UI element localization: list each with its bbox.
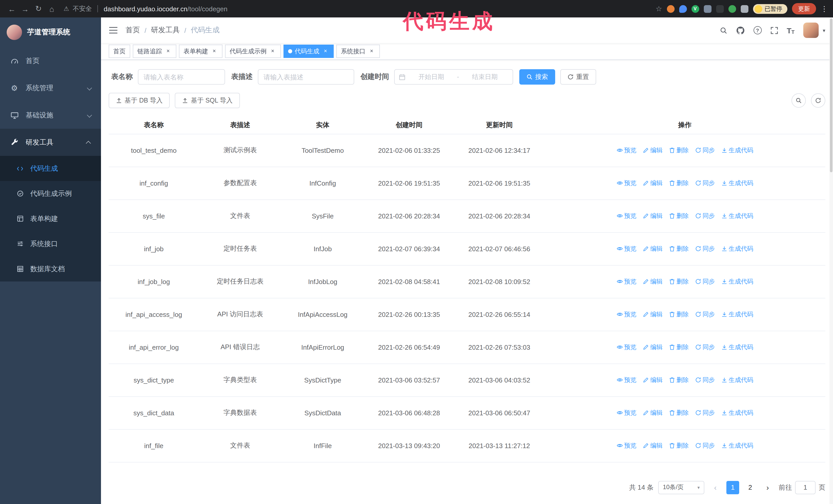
edit-link[interactable]: 编辑 xyxy=(643,212,663,220)
generate-code-link[interactable]: 生成代码 xyxy=(721,277,753,286)
scrollbar-thumb[interactable] xyxy=(830,19,832,172)
kebab-menu-icon[interactable]: ⋮ xyxy=(821,5,828,13)
close-icon[interactable]: × xyxy=(322,48,329,55)
delete-link[interactable]: 删除 xyxy=(669,212,689,220)
breadcrumb-home[interactable]: 首页 xyxy=(125,26,140,35)
edit-link[interactable]: 编辑 xyxy=(643,310,663,319)
generate-code-link[interactable]: 生成代码 xyxy=(721,212,753,220)
vue-devtools-icon[interactable]: V xyxy=(691,5,699,13)
bookmark-star-icon[interactable]: ☆ xyxy=(656,5,662,13)
sync-link[interactable]: 同步 xyxy=(695,441,715,450)
delete-link[interactable]: 删除 xyxy=(669,277,689,286)
page-button-1[interactable]: 1 xyxy=(727,481,739,494)
scrollbar[interactable] xyxy=(829,18,833,504)
back-icon[interactable]: ← xyxy=(5,2,19,16)
edit-link[interactable]: 编辑 xyxy=(643,408,663,417)
extension-icon[interactable] xyxy=(728,5,736,13)
import-db-button[interactable]: 基于 DB 导入 xyxy=(109,93,170,108)
preview-link[interactable]: 预览 xyxy=(616,277,636,286)
extension-icon[interactable] xyxy=(716,5,723,13)
sidebar-item-home[interactable]: 首页 xyxy=(0,47,101,74)
home-icon[interactable]: ⌂ xyxy=(45,2,58,16)
search-button[interactable]: 搜索 xyxy=(519,69,555,85)
sync-link[interactable]: 同步 xyxy=(695,179,715,187)
generate-code-link[interactable]: 生成代码 xyxy=(721,310,753,319)
address-bar[interactable]: ⚠ 不安全 dashboard.yudao.iocoder.cn/tool/co… xyxy=(64,4,656,13)
edit-link[interactable]: 编辑 xyxy=(643,244,663,253)
update-button[interactable]: 更新 xyxy=(792,3,816,14)
preview-link[interactable]: 预览 xyxy=(616,212,636,220)
sync-link[interactable]: 同步 xyxy=(695,408,715,417)
sync-link[interactable]: 同步 xyxy=(695,146,715,154)
refresh-table-button[interactable] xyxy=(811,93,825,108)
close-icon[interactable]: × xyxy=(211,48,218,55)
generate-code-link[interactable]: 生成代码 xyxy=(721,244,753,253)
table-name-input[interactable] xyxy=(138,69,225,85)
tab-codegen-example[interactable]: 代码生成示例× xyxy=(225,45,281,58)
next-page-button[interactable]: › xyxy=(761,481,774,494)
profile-chip[interactable]: 已暂停 xyxy=(753,4,787,14)
search-icon[interactable] xyxy=(719,26,727,34)
sidebar-item-codegen-example[interactable]: 代码生成示例 xyxy=(0,181,101,206)
edit-link[interactable]: 编辑 xyxy=(643,441,663,450)
preview-link[interactable]: 预览 xyxy=(616,146,636,154)
tab-codegen[interactable]: 代码生成× xyxy=(284,45,334,58)
delete-link[interactable]: 删除 xyxy=(669,343,689,352)
forward-icon[interactable]: → xyxy=(19,2,32,16)
sidebar-item-form-builder[interactable]: 表单构建 xyxy=(0,206,101,231)
sidebar-item-codegen[interactable]: 代码生成 xyxy=(0,156,101,181)
edit-link[interactable]: 编辑 xyxy=(643,343,663,352)
close-icon[interactable]: × xyxy=(165,48,172,55)
sidebar-item-infra[interactable]: 基础设施 xyxy=(0,101,101,129)
reload-icon[interactable]: ↻ xyxy=(32,2,45,16)
generate-code-link[interactable]: 生成代码 xyxy=(721,408,753,417)
delete-link[interactable]: 删除 xyxy=(669,146,689,154)
extension-icon[interactable] xyxy=(704,5,711,13)
extension-icon[interactable] xyxy=(667,5,674,13)
generate-code-link[interactable]: 生成代码 xyxy=(721,343,753,352)
sidebar-item-api[interactable]: 系统接口 xyxy=(0,231,101,256)
sync-link[interactable]: 同步 xyxy=(695,277,715,286)
preview-link[interactable]: 预览 xyxy=(616,441,636,450)
edit-link[interactable]: 编辑 xyxy=(643,179,663,187)
help-icon[interactable]: ? xyxy=(753,26,761,34)
close-icon[interactable]: × xyxy=(368,48,375,55)
delete-link[interactable]: 删除 xyxy=(669,310,689,319)
tab-home[interactable]: 首页 xyxy=(109,45,130,58)
sidebar-item-system[interactable]: ⚙ 系统管理 xyxy=(0,74,101,101)
avatar[interactable] xyxy=(803,23,819,38)
page-size-select[interactable]: 10条/页 ▾ xyxy=(658,481,704,494)
preview-link[interactable]: 预览 xyxy=(616,408,636,417)
page-button-2[interactable]: 2 xyxy=(744,481,757,494)
delete-link[interactable]: 删除 xyxy=(669,376,689,384)
caret-down-icon[interactable]: ▾ xyxy=(823,27,825,33)
puzzle-extensions-icon[interactable] xyxy=(740,5,748,13)
sync-link[interactable]: 同步 xyxy=(695,244,715,253)
preview-link[interactable]: 预览 xyxy=(616,244,636,253)
delete-link[interactable]: 删除 xyxy=(669,179,689,187)
github-icon[interactable] xyxy=(736,26,744,34)
sync-link[interactable]: 同步 xyxy=(695,343,715,352)
close-icon[interactable]: × xyxy=(269,48,276,55)
edit-link[interactable]: 编辑 xyxy=(643,146,663,154)
sync-link[interactable]: 同步 xyxy=(695,212,715,220)
generate-code-link[interactable]: 生成代码 xyxy=(721,441,753,450)
tab-form-builder[interactable]: 表单构建× xyxy=(179,45,222,58)
create-time-range-picker[interactable]: 开始日期 - 结束日期 xyxy=(394,69,513,85)
hamburger-icon[interactable] xyxy=(109,26,118,34)
sync-link[interactable]: 同步 xyxy=(695,310,715,319)
preview-link[interactable]: 预览 xyxy=(616,179,636,187)
sidebar-item-devtools[interactable]: 研发工具 xyxy=(0,129,101,156)
preview-link[interactable]: 预览 xyxy=(616,343,636,352)
reset-button[interactable]: 重置 xyxy=(560,69,596,85)
edit-link[interactable]: 编辑 xyxy=(643,376,663,384)
tab-tracing[interactable]: 链路追踪× xyxy=(133,45,176,58)
delete-link[interactable]: 删除 xyxy=(669,244,689,253)
delete-link[interactable]: 删除 xyxy=(669,408,689,417)
fullscreen-icon[interactable] xyxy=(770,26,778,34)
breadcrumb-devtools[interactable]: 研发工具 xyxy=(151,26,180,35)
import-sql-button[interactable]: 基于 SQL 导入 xyxy=(175,93,240,108)
delete-link[interactable]: 删除 xyxy=(669,441,689,450)
goto-page-input[interactable] xyxy=(795,481,815,494)
sync-link[interactable]: 同步 xyxy=(695,376,715,384)
